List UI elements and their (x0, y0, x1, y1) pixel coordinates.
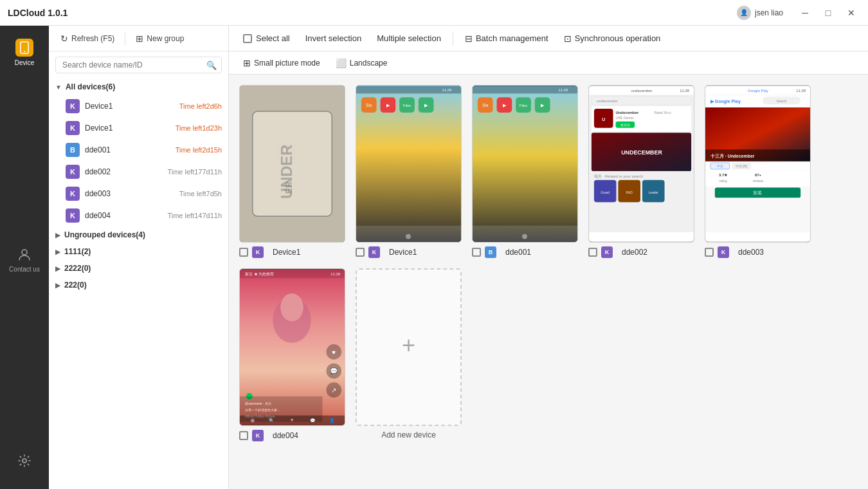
device-screen-3[interactable]: 11:28 Six ▶ Files ▶ (472, 85, 578, 243)
device-card-3[interactable]: 11:28 Six ▶ Files ▶ (472, 85, 578, 258)
sidebar-item-contact[interactable]: Contact us (5, 239, 44, 279)
group-chevron: ▶ (55, 265, 60, 272)
device-card-footer-5: K dde003 (705, 246, 811, 258)
svg-text:💬: 💬 (310, 418, 316, 423)
group-all-devices[interactable]: ▼ All devices(6) (49, 78, 228, 95)
svg-text:相关 · Related to your search: 相关 · Related to your search (594, 174, 643, 178)
device-card-5[interactable]: Google Play 11:28 ▶ Google Play Search (705, 85, 811, 258)
svg-text:11:28: 11:28 (442, 88, 451, 92)
device-item-dde003[interactable]: K dde003 Time left7d5h (49, 183, 228, 205)
svg-rect-83 (705, 232, 810, 242)
device-icon (15, 39, 33, 57)
svg-text:安装: 安装 (753, 190, 762, 195)
card-badge-b: B (485, 246, 496, 258)
settings-item[interactable] (5, 445, 44, 479)
group-222[interactable]: ▶ 222(0) (49, 277, 228, 293)
svg-text:ER: ER (284, 181, 294, 194)
svg-text:新注 ★ 为您推荐: 新注 ★ 为您推荐 (245, 272, 274, 276)
toolbar-separator (453, 32, 453, 46)
device-screen-4[interactable]: undecember 11:28 undecember U Undecember… (588, 85, 694, 243)
svg-text:undecember: undecember (597, 99, 618, 103)
card-checkbox-4[interactable] (588, 248, 597, 257)
device-item-1b[interactable]: K Device1 Time left1d23h (49, 117, 228, 139)
device-item-dde004[interactable]: K dde004 Time left147d11h (49, 205, 228, 226)
select-all-checkbox[interactable] (243, 34, 252, 43)
new-group-label: New group (147, 34, 184, 43)
new-group-button[interactable]: ⊞ New group (131, 31, 189, 46)
select-all-button[interactable]: Select all (237, 31, 296, 46)
multiple-selection-button[interactable]: Multiple selection (370, 31, 448, 46)
add-device-button[interactable]: + (356, 268, 462, 426)
landscape-button[interactable]: ⬜ Landscape (329, 56, 394, 70)
card-checkbox-6[interactable] (239, 431, 248, 440)
small-picture-button[interactable]: ⊞ Small picture mode (237, 56, 327, 70)
synchronous-operation-button[interactable]: ⊡ Synchronous operation (557, 31, 667, 46)
batch-management-button[interactable]: ⊟ Batch management (458, 31, 555, 46)
screen-content-2: 11:28 Six ▶ Files ▶ (356, 86, 461, 242)
search-input[interactable] (55, 57, 222, 73)
minimize-button[interactable]: ─ (796, 4, 814, 22)
svg-text:UNDECEMBER: UNDECEMBER (621, 149, 662, 156)
device-time: Time left1d23h (176, 124, 222, 132)
card-checkbox-2[interactable] (356, 248, 365, 257)
card-device-name-3: dde001 (505, 248, 531, 257)
add-icon: + (402, 332, 415, 359)
device-screen-1[interactable]: UNDER ER (239, 85, 345, 243)
svg-text:Guard: Guard (601, 191, 610, 194)
card-badge-k: K (252, 246, 264, 258)
card-device-name-1: Device1 (273, 248, 300, 257)
group-chevron: ▶ (55, 248, 60, 255)
maximize-button[interactable]: □ (819, 4, 837, 22)
card-checkbox-3[interactable] (472, 248, 481, 257)
new-group-icon: ⊞ (136, 33, 143, 44)
batch-mgmt-icon: ⊟ (465, 33, 473, 44)
close-button[interactable]: ✕ (842, 4, 860, 22)
device-badge-k: K (66, 165, 80, 179)
device-time: Time left147d11h (167, 212, 222, 219)
card-checkbox-5[interactable] (705, 248, 714, 257)
device-card-4[interactable]: undecember 11:28 undecember U Undecember… (588, 85, 694, 258)
device-item-1a[interactable]: K Device1 Time left2d6h (49, 95, 228, 117)
screen-content-4: undecember 11:28 undecember U Undecember… (589, 86, 694, 242)
device-card-6[interactable]: 新注 ★ 为您推荐 11:28 ♥ 💬 ↗ (239, 268, 345, 441)
refresh-label: Refresh (F5) (71, 34, 114, 43)
device-screen-5[interactable]: Google Play 11:28 ▶ Google Play Search (705, 85, 811, 243)
svg-rect-58 (589, 232, 694, 242)
svg-text:11:28: 11:28 (330, 272, 340, 276)
group-ungrouped[interactable]: ▶ Ungrouped devices(4) (49, 226, 228, 243)
card-device-name-5: dde003 (738, 248, 764, 257)
device-card-2[interactable]: 11:28 Six ▶ Files ▶ (356, 85, 462, 258)
device-card-footer-6: K dde004 (239, 430, 345, 441)
icon-sidebar: Device Contact us (0, 26, 49, 489)
svg-text:▶ Google Play: ▶ Google Play (710, 99, 741, 104)
group-1111-label: 1111(2) (64, 247, 91, 256)
contact-label: Contact us (9, 266, 40, 273)
multiple-selection-label: Multiple selection (377, 33, 441, 43)
device-toolbar: ↻ Refresh (F5) ⊞ New group (49, 26, 228, 51)
screen-content-5: Google Play 11:28 ▶ Google Play Search (705, 86, 810, 242)
svg-text:Search: Search (777, 100, 787, 103)
svg-text:💬: 💬 (330, 367, 338, 375)
svg-rect-32 (473, 226, 577, 242)
svg-point-1 (24, 51, 25, 52)
invert-selection-button[interactable]: Invert selection (299, 31, 368, 46)
device-card-footer-1: K Device1 (239, 246, 345, 258)
gear-icon (15, 452, 33, 470)
device-item-dde001[interactable]: B dde001 Time left2d15h (49, 139, 228, 161)
sidebar-item-device[interactable]: Device (5, 32, 44, 73)
device-name: dde004 (85, 211, 167, 220)
device-card-footer-2: K Device1 (356, 246, 462, 258)
device-item-dde002[interactable]: K dde002 Time left177d11h (49, 161, 228, 183)
svg-text:↗: ↗ (331, 387, 336, 394)
group-1111[interactable]: ▶ 1111(2) (49, 243, 228, 260)
synchronous-operation-label: Synchronous operation (575, 33, 661, 43)
svg-text:抢先玩: 抢先玩 (620, 123, 630, 127)
group-2222[interactable]: ▶ 2222(0) (49, 260, 228, 277)
device-card-1[interactable]: UNDER ER K Device1 (239, 85, 345, 258)
svg-text:Six: Six (482, 103, 489, 107)
refresh-button[interactable]: ↻ Refresh (F5) (55, 31, 120, 46)
card-checkbox-1[interactable] (239, 248, 248, 257)
device-screen-2[interactable]: 11:28 Six ▶ Files ▶ (356, 85, 462, 243)
device-screen-6[interactable]: 新注 ★ 为您推荐 11:28 ♥ 💬 ↗ (239, 268, 345, 426)
device-list: ▼ All devices(6) K Device1 Time left2d6h… (49, 78, 228, 489)
